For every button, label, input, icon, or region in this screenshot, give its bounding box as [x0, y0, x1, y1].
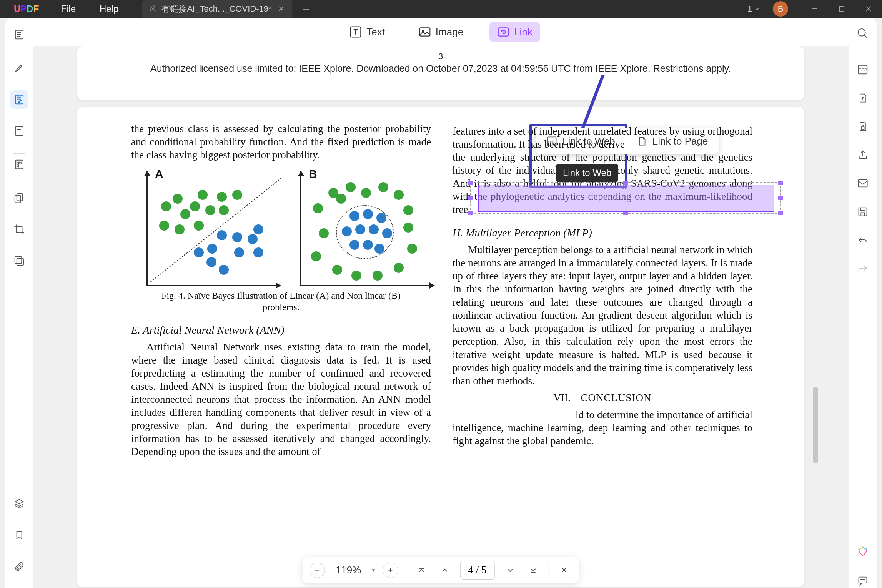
- tab-title: 有链接AI_Tech..._COVID-19*: [161, 3, 271, 15]
- document-area: 3 Authorized licensed use limited to: IE…: [33, 18, 848, 588]
- menu-file[interactable]: File: [61, 3, 76, 14]
- chevron-down-icon: [754, 5, 761, 12]
- section-heading: H. Multilayer Perception (MLP): [453, 226, 752, 239]
- prev-page-button[interactable]: [437, 563, 452, 578]
- crop-tool[interactable]: [10, 220, 28, 239]
- zoom-in-button[interactable]: +: [383, 563, 398, 578]
- svg-point-19: [858, 29, 865, 36]
- user-avatar[interactable]: B: [773, 1, 788, 17]
- svg-rect-9: [15, 196, 20, 203]
- link-to-web-tooltip: Link to Web: [556, 164, 618, 182]
- svg-rect-22: [861, 127, 864, 129]
- close-bar-button[interactable]: ✕: [556, 563, 572, 578]
- titlebar: UPDF File Help 有链接AI_Tech..._COVID-19* ✕…: [0, 0, 882, 18]
- footer-text: Authorized licensed use limited to: IEEE…: [77, 63, 804, 74]
- svg-rect-4: [15, 160, 23, 169]
- batch-tool[interactable]: [10, 252, 28, 270]
- next-page-button[interactable]: [502, 563, 518, 578]
- maximize-icon: [839, 6, 845, 12]
- svg-rect-8: [17, 194, 22, 201]
- svg-rect-25: [859, 577, 867, 583]
- pencil-slash-icon: [148, 5, 157, 13]
- svg-rect-7: [17, 165, 18, 167]
- text-icon: [349, 26, 362, 38]
- convert-button[interactable]: [855, 91, 870, 105]
- maximize-button[interactable]: [828, 0, 855, 18]
- ocr-button[interactable]: OCR: [855, 62, 870, 77]
- svg-rect-0: [839, 7, 844, 11]
- close-icon: [865, 5, 872, 12]
- svg-rect-11: [17, 259, 23, 266]
- section-heading: E. Artificial Neural Network (ANN): [131, 323, 431, 337]
- page-indicator[interactable]: 4 / 5: [460, 561, 494, 580]
- svg-text:OCR: OCR: [858, 68, 867, 72]
- image-icon: [419, 26, 431, 38]
- close-window-button[interactable]: [855, 0, 882, 18]
- protect-button[interactable]: [855, 119, 870, 134]
- text-column-left: the previous class is assessed by calcul…: [131, 122, 431, 458]
- new-tab-button[interactable]: ＋: [301, 2, 311, 16]
- left-sidebar: [5, 18, 33, 588]
- svg-rect-5: [17, 162, 18, 164]
- comment-button[interactable]: [855, 573, 870, 588]
- redo-button[interactable]: [855, 261, 870, 276]
- save-button[interactable]: [855, 204, 870, 219]
- svg-rect-23: [858, 180, 867, 187]
- tab-close-button[interactable]: ✕: [276, 4, 286, 13]
- attachment-button[interactable]: [10, 557, 28, 576]
- page-number-text: 3: [77, 51, 804, 61]
- menu-help[interactable]: Help: [100, 3, 118, 14]
- last-page-button[interactable]: [525, 563, 541, 578]
- link-highlight: [478, 185, 774, 212]
- share-button[interactable]: [855, 148, 870, 162]
- svg-rect-24: [859, 208, 867, 216]
- link-button[interactable]: Link: [489, 22, 540, 42]
- bookmark-button[interactable]: [10, 526, 28, 544]
- page: 3 Authorized licensed use limited to: IE…: [77, 46, 804, 100]
- section-title: VII. CONCLUSION: [453, 391, 752, 404]
- text-button[interactable]: Text: [342, 22, 393, 42]
- document-tab[interactable]: 有链接AI_Tech..._COVID-19* ✕: [142, 0, 292, 18]
- separator: [49, 3, 49, 14]
- link-icon: [497, 26, 509, 38]
- text-tool[interactable]: [10, 122, 28, 140]
- zoom-level: 119%: [333, 564, 364, 576]
- first-page-button[interactable]: [414, 563, 429, 578]
- svg-rect-10: [15, 257, 22, 264]
- undo-button[interactable]: [855, 233, 870, 247]
- figure-b: B: [292, 167, 434, 286]
- copy-tool[interactable]: [10, 189, 28, 207]
- layers-button[interactable]: [10, 494, 28, 513]
- scrollbar-thumb[interactable]: [813, 387, 818, 463]
- highlight-tool[interactable]: [10, 59, 28, 77]
- ai-button[interactable]: [855, 545, 870, 560]
- figure-a: A: [138, 167, 280, 286]
- right-sidebar: OCR: [848, 18, 877, 588]
- edit-toolbar: Text Image Link: [33, 18, 849, 46]
- figure-caption: Fig. 4. Naïve Bayes Illustration of Line…: [131, 290, 431, 313]
- svg-rect-13: [420, 28, 430, 36]
- search-button[interactable]: [855, 26, 870, 41]
- zoom-out-button[interactable]: −: [310, 563, 325, 578]
- svg-rect-6: [20, 162, 22, 164]
- app-logo: UPDF: [14, 3, 39, 14]
- minimize-button[interactable]: [801, 0, 828, 18]
- organize-tool[interactable]: [10, 155, 28, 174]
- zoom-nav-bar: − 119% ▾ + 4 / 5 ✕: [303, 557, 579, 583]
- zoom-dropdown[interactable]: ▾: [372, 566, 375, 574]
- page: URL Link to Web Link to Page Link to Web: [77, 107, 804, 587]
- image-button[interactable]: Image: [411, 22, 471, 42]
- tab-count[interactable]: 1: [747, 4, 761, 14]
- minimize-icon: [811, 5, 818, 12]
- edit-tool[interactable]: [10, 90, 28, 109]
- email-button[interactable]: [855, 176, 870, 191]
- reader-tool[interactable]: [10, 25, 28, 44]
